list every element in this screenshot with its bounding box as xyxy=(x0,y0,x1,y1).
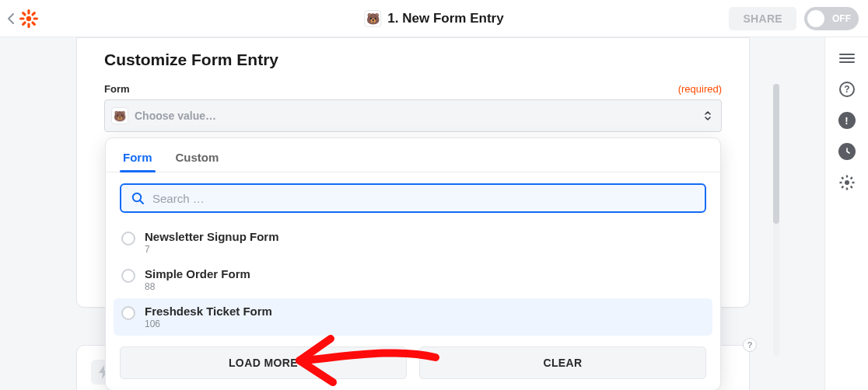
svg-rect-4 xyxy=(33,17,39,19)
header-center: 🐻 1. New Form Entry xyxy=(364,10,503,27)
dropdown-placeholder: Choose value… xyxy=(135,110,216,122)
svg-line-22 xyxy=(842,177,843,179)
app-icon: 🐻 xyxy=(364,10,381,27)
svg-point-17 xyxy=(845,180,849,185)
tabs: Form Custom xyxy=(106,138,720,172)
option-title: Freshdesk Ticket Form xyxy=(145,305,272,318)
option-title: Newsletter Signup Form xyxy=(145,230,279,243)
gear-icon[interactable] xyxy=(838,174,856,191)
svg-text:?: ? xyxy=(844,84,849,95)
publish-toggle[interactable]: OFF xyxy=(804,7,859,30)
tab-form[interactable]: Form xyxy=(123,151,152,172)
share-button[interactable]: SHARE xyxy=(729,7,796,30)
form-dropdown[interactable]: 🐻 Choose value… xyxy=(104,99,722,132)
option-sub: 106 xyxy=(145,319,272,329)
toggle-knob xyxy=(807,10,824,27)
options-list: Newsletter Signup Form 7 Simple Order Fo… xyxy=(106,221,720,342)
svg-point-0 xyxy=(26,16,31,20)
svg-line-25 xyxy=(850,177,852,179)
sort-icon xyxy=(704,110,712,121)
toggle-label: OFF xyxy=(832,13,851,24)
clear-button[interactable]: CLEAR xyxy=(419,346,706,379)
svg-rect-5 xyxy=(31,11,37,16)
zapier-logo-icon[interactable] xyxy=(19,9,39,29)
search-icon xyxy=(131,191,145,205)
radio-icon xyxy=(121,269,135,283)
field-label-form: Form xyxy=(104,83,130,95)
alert-icon[interactable]: ! xyxy=(838,112,856,129)
svg-line-10 xyxy=(140,200,143,204)
back-chevron-icon[interactable] xyxy=(5,9,17,28)
search-input[interactable] xyxy=(152,192,695,205)
search-field[interactable] xyxy=(120,183,706,213)
option-sub: 7 xyxy=(145,244,279,255)
clock-icon[interactable] xyxy=(838,143,856,160)
right-rail: ? ! xyxy=(824,37,868,390)
svg-rect-2 xyxy=(27,23,30,28)
menu-icon[interactable] xyxy=(838,50,856,67)
topbar: 🐻 1. New Form Entry SHARE OFF xyxy=(0,0,868,37)
field-required: (required) xyxy=(678,83,722,95)
option-sub: 88 xyxy=(145,281,250,292)
option-newsletter-signup[interactable]: Newsletter Signup Form 7 xyxy=(114,224,712,261)
svg-rect-3 xyxy=(19,17,25,19)
option-title: Simple Order Form xyxy=(145,267,250,280)
page-title: 1. New Form Entry xyxy=(387,11,503,26)
load-more-button[interactable]: LOAD MORE xyxy=(120,346,407,379)
svg-rect-7 xyxy=(21,11,26,16)
help-icon[interactable]: ? xyxy=(838,81,856,98)
step-card: Customize Form Entry Form (required) 🐻 C… xyxy=(76,37,750,308)
svg-line-23 xyxy=(850,186,852,188)
info-icon[interactable]: ? xyxy=(743,338,757,352)
svg-rect-6 xyxy=(21,20,26,26)
dropdown-popover: Form Custom Newsletter Signup Form 7 xyxy=(105,138,721,390)
scrollbar[interactable] xyxy=(773,84,779,356)
svg-rect-8 xyxy=(31,20,37,26)
tab-custom[interactable]: Custom xyxy=(176,151,219,172)
scrollbar-thumb[interactable] xyxy=(773,84,779,224)
svg-rect-1 xyxy=(27,9,30,15)
radio-icon xyxy=(121,306,135,320)
option-simple-order[interactable]: Simple Order Form 88 xyxy=(114,261,712,298)
radio-icon xyxy=(121,232,135,245)
svg-line-24 xyxy=(842,186,843,188)
option-freshdesk-ticket[interactable]: Freshdesk Ticket Form 106 xyxy=(114,298,712,336)
card-heading: Customize Form Entry xyxy=(104,50,722,69)
wpforms-icon: 🐻 xyxy=(111,107,128,124)
